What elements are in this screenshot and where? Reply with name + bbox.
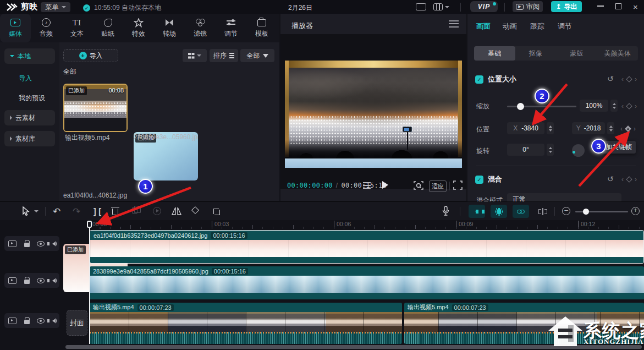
add-keyframe-diamond-icon[interactable] bbox=[625, 125, 631, 132]
sidebar-item-cloud[interactable]: 云素材 bbox=[4, 110, 55, 125]
sidebar-item-presets[interactable]: 我的预设 bbox=[4, 92, 55, 103]
tab-text[interactable]: TI文本 bbox=[62, 14, 92, 42]
preview-axis-toggle[interactable] bbox=[535, 205, 551, 218]
tab-adjust[interactable]: 调节 bbox=[216, 14, 246, 42]
mute-icon[interactable] bbox=[52, 242, 56, 246]
copy-button[interactable] bbox=[132, 207, 137, 214]
scale-slider[interactable] bbox=[507, 106, 576, 107]
reset-icon[interactable]: ↺ bbox=[607, 174, 614, 183]
tab-animation[interactable]: 动画 bbox=[503, 21, 517, 31]
zoom-in-button[interactable]: + bbox=[631, 207, 640, 215]
track-type-icon[interactable] bbox=[8, 318, 16, 324]
zoom-out-button[interactable]: – bbox=[562, 207, 570, 215]
subtab-basic[interactable]: 基础 bbox=[474, 46, 515, 61]
import-media-button[interactable]: + 导入 bbox=[63, 49, 118, 62]
close-button[interactable]: × bbox=[633, 2, 638, 12]
shortcut-keyboard-icon[interactable] bbox=[416, 3, 426, 10]
mirror-button[interactable] bbox=[172, 207, 181, 215]
x-stepper[interactable] bbox=[547, 122, 554, 134]
rotate-button[interactable] bbox=[191, 206, 199, 214]
cover-button[interactable]: 封面 bbox=[67, 310, 87, 336]
export-button[interactable]: ↥ 导出 bbox=[551, 1, 582, 12]
tab-transitions[interactable]: 转场 bbox=[154, 14, 185, 42]
player-menu-icon[interactable] bbox=[449, 20, 459, 28]
blend-mode-dropdown[interactable]: 正常 bbox=[507, 193, 621, 201]
rotate-value[interactable]: 0° bbox=[507, 144, 544, 156]
split-button[interactable]: ][ bbox=[92, 207, 102, 217]
tab-media[interactable]: 媒体 bbox=[0, 14, 31, 42]
zoom-slider-handle[interactable] bbox=[583, 209, 589, 215]
keyframe-diamond-icon[interactable] bbox=[626, 76, 632, 82]
keyframe-diamond-icon[interactable] bbox=[626, 176, 632, 182]
timeline-ruler[interactable]: 00:00 00:03 00:06 00:09 00:12 bbox=[65, 220, 644, 229]
playhead-handle[interactable] bbox=[87, 221, 92, 228]
auto-ripple-toggle[interactable] bbox=[469, 205, 485, 218]
sidebar-item-import[interactable]: 导入 bbox=[4, 73, 55, 84]
tab-sticker[interactable]: 贴纸 bbox=[92, 14, 123, 42]
tab-adjust[interactable]: 调节 bbox=[558, 21, 572, 31]
crop-button[interactable] bbox=[212, 207, 219, 214]
menu-button[interactable]: 菜单 bbox=[41, 2, 70, 12]
preview-zoom-icon[interactable] bbox=[414, 181, 423, 190]
minimize-button[interactable] bbox=[597, 6, 604, 7]
mute-icon[interactable] bbox=[52, 319, 56, 323]
project-date[interactable]: 2月26日 bbox=[288, 3, 312, 13]
rotate-stepper[interactable] bbox=[547, 144, 554, 156]
subtab-mask[interactable]: 蒙版 bbox=[556, 46, 597, 61]
reverse-play-button[interactable] bbox=[153, 207, 161, 215]
y-stepper[interactable] bbox=[607, 122, 614, 134]
scale-keyframe-nav[interactable]: ‹› bbox=[621, 102, 637, 110]
delete-button[interactable] bbox=[112, 209, 118, 215]
reset-icon[interactable]: ↺ bbox=[607, 74, 614, 83]
position-y-field[interactable]: Y -2018 bbox=[572, 122, 605, 134]
layout-switch-button[interactable] bbox=[433, 3, 449, 10]
timeline-clip-video-1[interactable]: 输出视频5.mp4 00:00:07:23 bbox=[90, 303, 402, 344]
select-tool-dropdown[interactable] bbox=[34, 210, 38, 212]
position-x-field[interactable]: X -3840 bbox=[507, 122, 544, 134]
mute-icon[interactable] bbox=[52, 278, 56, 283]
timeline-clip-blue-image[interactable]: 283899e3e9a042855a87dcf190505960.jpg 00:… bbox=[90, 266, 644, 300]
visibility-icon[interactable] bbox=[37, 278, 45, 283]
redo-button[interactable]: ↷ bbox=[73, 206, 80, 217]
keyframe-diamond-icon[interactable] bbox=[626, 103, 632, 109]
review-button[interactable]: ▶ 审阅 bbox=[513, 1, 543, 12]
scale-slider-handle[interactable] bbox=[517, 103, 524, 110]
select-tool-icon[interactable] bbox=[22, 206, 30, 216]
visibility-icon[interactable] bbox=[37, 318, 45, 324]
fullscreen-icon[interactable] bbox=[453, 181, 463, 190]
vip-button[interactable]: VIP bbox=[470, 1, 498, 12]
media-item-video[interactable]: 已添加 00:08 bbox=[63, 84, 128, 132]
scale-value[interactable]: 100% bbox=[580, 100, 608, 112]
record-voiceover-icon[interactable] bbox=[442, 206, 449, 216]
subtab-cutout[interactable]: 抠像 bbox=[515, 46, 557, 61]
fit-mode-button[interactable]: 适应 bbox=[429, 181, 447, 192]
rotate-dial[interactable] bbox=[572, 144, 585, 157]
sidebar-item-stock[interactable]: 素材库 bbox=[4, 131, 55, 146]
magnetic-snap-toggle[interactable] bbox=[491, 205, 507, 218]
keyframe-nav[interactable]: ‹› bbox=[621, 75, 637, 83]
lock-icon[interactable] bbox=[24, 243, 30, 247]
lock-icon[interactable] bbox=[24, 280, 30, 284]
undo-button[interactable]: ↶ bbox=[53, 206, 60, 217]
view-mode-button[interactable] bbox=[183, 49, 207, 62]
sort-button[interactable]: 排序 bbox=[210, 49, 238, 62]
playhead-line[interactable] bbox=[89, 222, 90, 344]
tab-tracking[interactable]: 跟踪 bbox=[530, 21, 544, 31]
tab-templates[interactable]: 模板 bbox=[246, 14, 277, 42]
link-toggle[interactable] bbox=[513, 205, 529, 218]
subtab-beauty[interactable]: 美颜美体 bbox=[597, 46, 639, 61]
tab-picture[interactable]: 画面 bbox=[476, 21, 491, 31]
timeline-clip-pink-image[interactable]: ea1f04f0d1b635273ed0497ba0240612.jpg 00:… bbox=[90, 230, 644, 264]
transform-checkbox[interactable]: ✓ bbox=[475, 75, 483, 84]
timeline-zoom-slider[interactable] bbox=[575, 211, 628, 212]
track-type-icon[interactable] bbox=[8, 240, 16, 247]
lock-icon[interactable] bbox=[24, 320, 30, 324]
blend-keyframe-nav[interactable]: ‹› bbox=[621, 176, 637, 183]
play-button[interactable] bbox=[382, 181, 388, 189]
frame-by-frame-icon[interactable] bbox=[363, 182, 371, 189]
filter-all-button[interactable]: 全部 bbox=[240, 49, 274, 62]
track-type-icon[interactable] bbox=[8, 277, 16, 284]
video-preview[interactable] bbox=[285, 61, 462, 168]
tab-audio[interactable]: ♪音频 bbox=[31, 14, 62, 42]
blend-checkbox[interactable]: ✓ bbox=[475, 176, 483, 184]
